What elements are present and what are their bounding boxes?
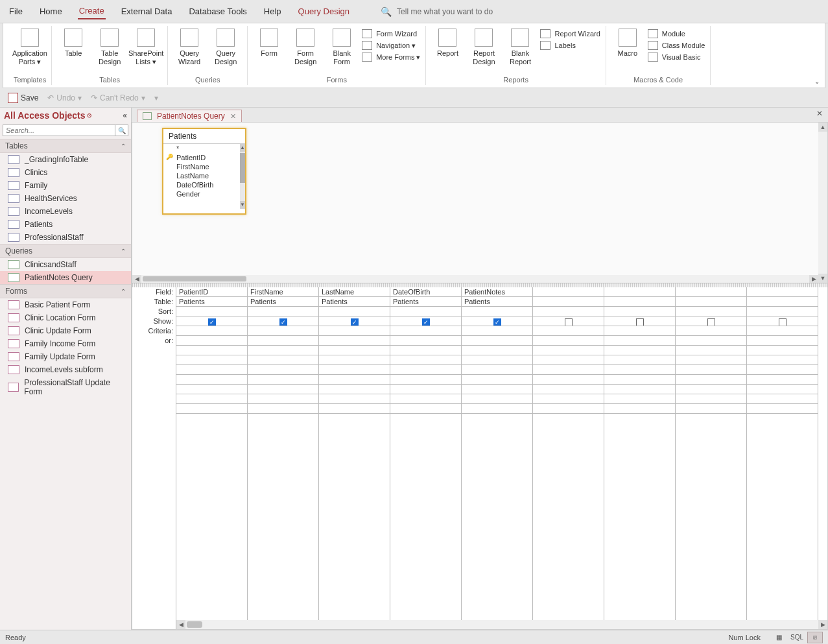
grid-cell[interactable] <box>319 346 390 355</box>
grid-cell[interactable] <box>390 326 461 336</box>
table-button[interactable]: Table <box>57 29 89 58</box>
grid-hscroll-right-icon[interactable]: ▶ <box>818 620 827 629</box>
grid-hscroll-thumb[interactable] <box>187 621 202 628</box>
nav-item-clinics[interactable]: Clinics <box>0 166 131 179</box>
grid-cell[interactable] <box>676 316 746 326</box>
table-box-scrollbar[interactable]: ▲ ▼ <box>240 144 245 209</box>
grid-cell[interactable] <box>248 394 318 404</box>
grid-cell[interactable] <box>676 287 746 297</box>
grid-cell[interactable] <box>747 375 818 385</box>
grid-col-3[interactable]: DateOfBirthPatients <box>390 287 462 629</box>
grid-cell[interactable] <box>390 307 461 316</box>
grid-cell[interactable] <box>319 394 390 404</box>
show-checkbox[interactable] <box>636 318 644 326</box>
grid-hscroll-left-icon[interactable]: ◀ <box>176 620 185 629</box>
upper-vscroll[interactable]: ▲ ▼ <box>818 123 827 283</box>
grid-cell[interactable] <box>533 404 604 414</box>
grid-cell[interactable] <box>390 394 461 404</box>
grid-col-4[interactable]: PatientNotesPatients <box>462 287 533 629</box>
report-button[interactable]: Report <box>431 29 464 58</box>
grid-cell[interactable] <box>604 385 675 394</box>
grid-cell[interactable] <box>747 326 818 336</box>
field-dateofbirth[interactable]: DateOfBirth <box>163 180 245 189</box>
nav-item-professionalstaff[interactable]: ProfessionalStaff <box>0 231 131 244</box>
grid-cell[interactable] <box>604 336 675 346</box>
form-wizard-button[interactable]: Form Wizard <box>362 29 420 39</box>
grid-cell[interactable] <box>676 365 746 375</box>
grid-cell[interactable] <box>604 316 675 326</box>
grid-cell[interactable] <box>176 404 247 414</box>
grid-cell[interactable] <box>390 404 461 414</box>
grid-cell[interactable] <box>462 307 532 316</box>
field-firstname[interactable]: FirstName <box>163 162 245 171</box>
table-field-list[interactable]: *PatientIDFirstNameLastNameDateOfBirthGe… <box>163 144 245 209</box>
grid-cell[interactable] <box>533 365 604 375</box>
grid-cell[interactable] <box>604 375 675 385</box>
tell-me-search[interactable]: 🔍 Tell me what you want to do <box>381 6 493 17</box>
scroll-thumb[interactable] <box>240 153 245 183</box>
grid-cell[interactable] <box>747 404 818 414</box>
ribbon-collapse-button[interactable]: ⌄ <box>814 78 820 85</box>
grid-cell[interactable]: DateOfBirth <box>390 287 461 297</box>
tab-create[interactable]: Create <box>78 3 106 19</box>
nav-search-button[interactable]: 🔍 <box>115 125 128 136</box>
field-lastname[interactable]: LastName <box>163 171 245 180</box>
grid-cell[interactable] <box>390 355 461 365</box>
nav-item-healthservices[interactable]: HealthServices <box>0 192 131 205</box>
grid-cell[interactable] <box>676 307 746 316</box>
query-design-button[interactable]: Query Design <box>209 29 242 66</box>
grid-cell[interactable] <box>604 346 675 355</box>
nav-item--gradinginfotable[interactable]: _GradingInfoTable <box>0 153 131 166</box>
nav-item-clinicsandstaff[interactable]: ClinicsandStaff <box>0 258 131 271</box>
nav-item-basic-patient-form[interactable]: Basic Patient Form <box>0 298 131 311</box>
field-star[interactable]: * <box>163 144 245 153</box>
scroll-down-icon[interactable]: ▼ <box>240 201 245 209</box>
grid-col-8[interactable] <box>747 287 818 629</box>
class-module-button[interactable]: Class Module <box>648 40 705 51</box>
grid-cell[interactable] <box>176 394 247 404</box>
nav-item-patientnotes-query[interactable]: PatientNotes Query <box>0 271 131 284</box>
grid-cell[interactable] <box>319 307 390 316</box>
grid-cell[interactable] <box>462 375 532 385</box>
nav-search-input[interactable] <box>3 125 115 136</box>
grid-cell[interactable] <box>676 326 746 336</box>
show-checkbox[interactable] <box>565 318 573 326</box>
grid-cell[interactable] <box>248 326 318 336</box>
grid-cell[interactable] <box>319 336 390 346</box>
tab-help[interactable]: Help <box>263 4 283 19</box>
grid-cell[interactable]: FirstName <box>248 287 318 297</box>
grid-col-5[interactable] <box>533 287 604 629</box>
grid-cell[interactable] <box>533 385 604 394</box>
nav-collapse-button[interactable]: « <box>123 111 127 120</box>
show-checkbox[interactable] <box>208 318 216 326</box>
save-button[interactable]: Save <box>8 93 38 103</box>
upper-hscroll[interactable]: ◀ ▶ <box>132 275 818 283</box>
hscroll-thumb[interactable] <box>143 276 246 281</box>
grid-cell[interactable] <box>462 404 532 414</box>
grid-cell[interactable] <box>747 394 818 404</box>
grid-cell[interactable] <box>319 385 390 394</box>
grid-col-6[interactable] <box>604 287 676 629</box>
grid-cell[interactable] <box>176 336 247 346</box>
tab-file[interactable]: File <box>8 4 24 19</box>
grid-cell[interactable] <box>676 404 746 414</box>
grid-cell[interactable] <box>604 404 675 414</box>
grid-cell[interactable] <box>747 287 818 297</box>
grid-cell[interactable] <box>248 355 318 365</box>
redo-button[interactable]: ↷Can't Redo▾ <box>91 93 145 102</box>
grid-cell[interactable] <box>319 316 390 326</box>
show-checkbox[interactable] <box>351 318 359 326</box>
qat-customize-button[interactable]: ▾ <box>154 93 158 102</box>
grid-cell[interactable] <box>747 385 818 394</box>
vscroll-down-icon[interactable]: ▼ <box>818 274 827 283</box>
undo-button[interactable]: ↶Undo▾ <box>47 93 82 102</box>
grid-cell[interactable] <box>462 336 532 346</box>
grid-cell[interactable] <box>676 375 746 385</box>
sharepoint-lists-button[interactable]: SharePoint Lists ▾ <box>130 29 162 66</box>
table-design-button[interactable]: Table Design <box>93 29 126 66</box>
nav-section-tables[interactable]: Tables⌃ <box>0 139 131 153</box>
grid-cell[interactable] <box>462 385 532 394</box>
report-design-button[interactable]: Report Design <box>467 29 500 66</box>
grid-cell[interactable] <box>176 355 247 365</box>
show-checkbox[interactable] <box>422 318 430 326</box>
